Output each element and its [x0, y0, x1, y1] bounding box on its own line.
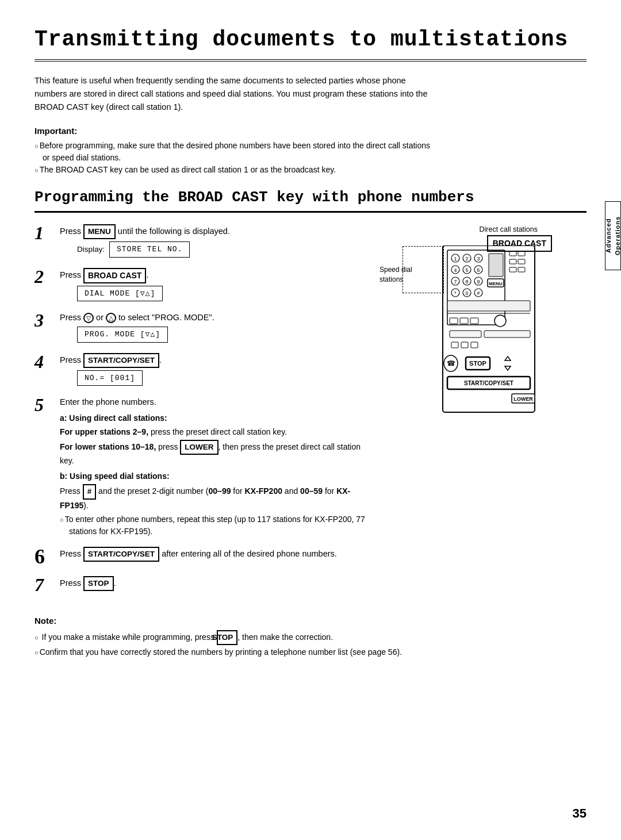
broad-cast-diagram-label: BROAD CAST	[487, 235, 552, 252]
display-box-4: NO.= [001]	[77, 370, 143, 386]
step-2-display: DIAL MODE [▽△]	[77, 286, 368, 302]
important-item-1: Before programming, make sure that the d…	[34, 140, 437, 164]
step-2-text: Press BROAD CAST.	[60, 268, 368, 283]
step-4-display: NO.= [001]	[77, 370, 368, 386]
step-2-row: 2 Press BROAD CAST. DIAL MODE [▽△]	[34, 268, 368, 304]
intro-text: This feature is useful when frequently s…	[34, 74, 437, 114]
svg-rect-45	[471, 342, 478, 348]
svg-rect-33	[509, 267, 516, 272]
svg-text:9: 9	[477, 279, 480, 285]
step-5b-text: Press # and the preset 2-digit number (0…	[60, 484, 368, 511]
display-box-1: STORE TEL NO.	[109, 241, 190, 258]
note-section: Note: If you make a mistake while progra…	[34, 615, 529, 658]
svg-text:1: 1	[454, 256, 457, 262]
step-1-number: 1	[34, 223, 55, 243]
step-4-text: Press START/COPY/SET.	[60, 353, 368, 368]
svg-text:#: #	[477, 290, 480, 296]
step-1-content: Press MENU until the following is displa…	[60, 224, 368, 260]
svg-rect-31	[509, 259, 516, 264]
note-item-1: If you make a mistake while programming,…	[34, 630, 529, 645]
svg-rect-32	[518, 259, 525, 264]
step-5a-text1: For upper stations 2–9, press the preset…	[60, 426, 368, 438]
step-2-number: 2	[34, 267, 55, 287]
svg-rect-43	[451, 342, 458, 348]
step-1-display: Display: STORE TEL NO.	[77, 241, 368, 258]
important-section: Important: Before programming, make sure…	[34, 125, 437, 177]
svg-text:STOP: STOP	[469, 360, 486, 367]
svg-rect-34	[518, 267, 525, 272]
step-2-content: Press BROAD CAST. DIAL MODE [▽△]	[60, 268, 368, 304]
important-item-2: The BROAD CAST key can be used as direct…	[34, 164, 437, 176]
menu-button-ref: MENU	[83, 224, 116, 239]
svg-text:START/COPY/SET: START/COPY/SET	[464, 380, 513, 386]
step-3-number: 3	[34, 310, 55, 331]
step-6-number: 6	[34, 546, 55, 569]
svg-rect-35	[447, 301, 530, 311]
step-5-number: 5	[34, 395, 55, 415]
svg-text:2: 2	[465, 256, 468, 262]
down-arrow-ref: ▽	[83, 313, 94, 323]
step-6-row: 6 Press START/COPY/SET after entering al…	[34, 547, 368, 569]
svg-text:LOWER: LOWER	[513, 396, 533, 402]
step-6-content: Press START/COPY/SET after entering all …	[60, 547, 368, 564]
section-heading: Programming the BROAD CAST key with phon…	[34, 186, 586, 213]
svg-text:MENU: MENU	[489, 281, 503, 286]
page-title: Transmitting documents to multistations	[34, 23, 586, 62]
step-3-text: Press ▽ or △ to select "PROG. MODE".	[60, 312, 368, 324]
svg-rect-44	[461, 342, 468, 348]
svg-text:4: 4	[454, 267, 457, 273]
step-5a-label: a: Using direct call stations:	[60, 412, 368, 424]
startcopyset-button-ref-6: START/COPY/SET	[83, 547, 159, 562]
svg-rect-26	[489, 254, 503, 277]
step-5a-text2: For lower stations 10–18, press LOWER, t…	[60, 440, 368, 467]
step-5b-label: b: Using speed dial stations:	[60, 470, 368, 482]
machine-diagram-svg: 1 2 3 4 5 6 7 8 9 * 0 #	[437, 246, 546, 429]
svg-text:0: 0	[465, 290, 468, 296]
main-content: 1 Press MENU until the following is disp…	[34, 224, 586, 603]
note-item-2: Confirm that you have correctly stored t…	[34, 646, 529, 658]
step-5-row: 5 Enter the phone numbers. a: Using dire…	[34, 396, 368, 538]
step-4-number: 4	[34, 352, 55, 372]
steps-column: 1 Press MENU until the following is disp…	[34, 224, 368, 603]
step-5-content: Enter the phone numbers. a: Using direct…	[60, 396, 368, 538]
stop-button-ref: STOP	[83, 576, 114, 591]
step-1-row: 1 Press MENU until the following is disp…	[34, 224, 368, 260]
step-5-bullet: To enter other phone numbers, repeat thi…	[60, 513, 368, 538]
display-box-2: DIAL MODE [▽△]	[77, 286, 163, 302]
step-3-display: PROG. MODE [▽△]	[77, 327, 368, 343]
step-7-text: Press STOP.	[60, 576, 368, 591]
lower-button-ref: LOWER	[180, 440, 218, 455]
svg-rect-42	[484, 331, 530, 337]
important-label: Important:	[34, 125, 437, 138]
step-3-row: 3 Press ▽ or △ to select "PROG. MODE". P…	[34, 312, 368, 344]
step-5-text: Enter the phone numbers.	[60, 396, 368, 409]
svg-rect-30	[518, 251, 525, 256]
step-4-row: 4 Press START/COPY/SET. NO.= [001]	[34, 353, 368, 389]
broadcast-button-ref: BROAD CAST	[83, 268, 146, 283]
display-label-1: Display:	[77, 244, 105, 255]
svg-text:3: 3	[477, 256, 480, 262]
svg-rect-39	[470, 318, 478, 324]
svg-rect-38	[460, 318, 468, 324]
svg-rect-37	[450, 318, 458, 324]
diagram-column: Direct call stations Speed dial stations…	[379, 224, 564, 603]
step-3-content: Press ▽ or △ to select "PROG. MODE". PRO…	[60, 312, 368, 344]
step-7-number: 7	[34, 575, 55, 595]
svg-text:8: 8	[465, 279, 468, 285]
svg-point-40	[494, 315, 506, 327]
svg-text:5: 5	[465, 267, 468, 273]
hash-button-ref: #	[83, 484, 97, 499]
step-1-text: Press MENU until the following is displa…	[60, 224, 368, 239]
svg-text:☎: ☎	[447, 359, 455, 367]
svg-text:6: 6	[477, 267, 480, 273]
svg-rect-41	[450, 331, 481, 337]
display-box-3: PROG. MODE [▽△]	[77, 327, 168, 343]
diagram-full: Direct call stations Speed dial stations…	[379, 224, 546, 433]
diagram-top-label: Direct call stations	[379, 224, 546, 235]
svg-text:*: *	[454, 290, 457, 296]
stop-note-ref: STOP	[217, 630, 238, 645]
note-label: Note:	[34, 615, 529, 628]
step-4-content: Press START/COPY/SET. NO.= [001]	[60, 353, 368, 389]
svg-text:7: 7	[454, 279, 457, 285]
step-7-row: 7 Press STOP.	[34, 576, 368, 595]
